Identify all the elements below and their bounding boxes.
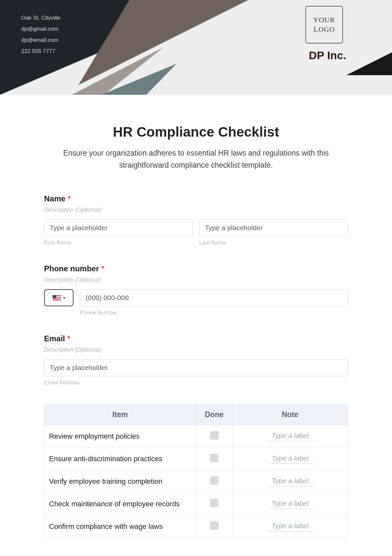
contact-address: Oak St, Cityville [21, 12, 60, 24]
phone-sublabel: Phone Number [80, 310, 348, 316]
field-name: Name * Description (Optional) First Name… [44, 194, 348, 246]
done-checkbox[interactable] [210, 476, 219, 485]
country-code-select[interactable]: ▾ [44, 289, 74, 306]
email-sublabel: Email Address [44, 379, 348, 386]
last-name-sublabel: Last Name [199, 240, 348, 246]
done-checkbox[interactable] [210, 454, 219, 462]
table-row: Verify employee training completion Type… [44, 470, 348, 493]
first-name-sublabel: First Name [44, 240, 193, 246]
note-input[interactable]: Type a label [267, 522, 313, 531]
phone-label: Phone number * [44, 264, 348, 273]
phone-desc: Description (Optional) [44, 277, 348, 283]
required-asterisk: * [68, 194, 71, 203]
name-desc: Description (Optional) [44, 207, 348, 213]
contact-phone: 222 555 7777 [21, 46, 60, 57]
contact-block: Oak St, Cityville dp@gmail.com dp@email.… [21, 12, 60, 57]
note-input[interactable]: Type a label [267, 432, 313, 441]
item-cell: Check maintenance of employee records [44, 493, 196, 515]
email-label: Email * [44, 334, 348, 343]
phone-label-text: Phone number [44, 264, 99, 273]
table-row: Review employment policies Type a label [44, 425, 348, 447]
required-asterisk: * [67, 334, 70, 343]
form-content: HR Compliance Checklist Ensure your orga… [0, 95, 392, 538]
item-cell: Ensure anti-discrimination practices [44, 447, 196, 470]
us-flag-icon [53, 295, 61, 300]
bg-shape-corner [346, 52, 392, 75]
last-name-input[interactable] [199, 219, 348, 236]
note-input[interactable]: Type a label [267, 499, 313, 509]
logo-placeholder: YOUR LOGO [305, 6, 343, 43]
item-cell: Review employment policies [44, 425, 196, 447]
first-name-input[interactable] [44, 219, 193, 236]
th-done: Done [196, 404, 232, 425]
th-note: Note [232, 404, 348, 425]
phone-input[interactable] [80, 289, 348, 306]
note-input[interactable]: Type a label [267, 454, 313, 464]
item-cell: Verify employee training completion [44, 470, 196, 493]
field-phone: Phone number * Description (Optional) ▾ … [44, 264, 348, 316]
page-title: HR Compliance Checklist [44, 124, 348, 140]
done-checkbox[interactable] [210, 499, 219, 507]
table-row: Confirm compliance with wage laws Type a… [44, 515, 348, 538]
done-checkbox[interactable] [210, 431, 219, 440]
email-label-text: Email [44, 334, 65, 343]
field-email: Email * Description (Optional) Email Add… [44, 334, 348, 386]
chevron-down-icon: ▾ [63, 295, 65, 300]
th-item: Item [44, 404, 196, 425]
table-row: Check maintenance of employee records Ty… [44, 493, 348, 515]
checklist-table: Item Done Note Review employment policie… [44, 404, 348, 538]
contact-email1: dp@gmail.com [21, 24, 60, 35]
company-name: DP Inc. [309, 49, 346, 62]
done-checkbox[interactable] [210, 521, 219, 530]
contact-email2: dp@email.com [21, 35, 60, 46]
email-desc: Description (Optional) [44, 346, 348, 353]
email-input[interactable] [44, 359, 348, 376]
table-row: Ensure anti-discrimination practices Typ… [44, 447, 348, 470]
page-subtitle: Ensure your organization adheres to esse… [57, 147, 335, 171]
note-input[interactable]: Type a label [267, 477, 313, 486]
header-banner: Oak St, Cityville dp@gmail.com dp@email.… [0, 0, 392, 95]
name-label-text: Name [44, 194, 65, 203]
name-label: Name * [44, 194, 348, 203]
logo-text: YOUR LOGO [306, 15, 342, 34]
required-asterisk: * [101, 264, 104, 273]
item-cell: Confirm compliance with wage laws [44, 515, 196, 538]
